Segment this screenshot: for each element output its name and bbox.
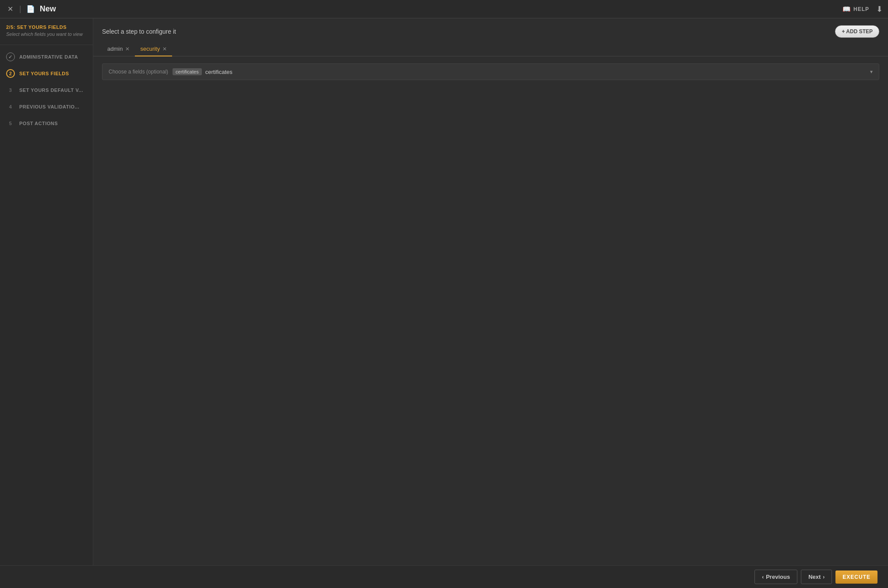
tag-badge: certificates (173, 68, 202, 75)
help-label: HELP (853, 6, 869, 12)
tabs-bar: admin ✕ security ✕ (93, 42, 888, 56)
add-step-button[interactable]: + ADD STEP (835, 25, 879, 38)
sidebar-item-number-5: 5 (6, 119, 15, 128)
tab-security[interactable]: security ✕ (135, 42, 172, 56)
execute-button[interactable]: EXECUTE (835, 570, 877, 584)
previous-button[interactable]: ‹ Previous (754, 570, 797, 584)
content-header: Select a step to configure it + ADD STEP (93, 18, 888, 42)
main-layout: 2/5: SET YOURS FIELDS Select which field… (0, 18, 888, 565)
previous-label: Previous (766, 574, 790, 580)
tab-admin[interactable]: admin ✕ (102, 42, 135, 56)
sidebar-item-label-2: SET YOURS FIELDS (19, 71, 69, 76)
sidebar-item-set-yours-fields[interactable]: 2 SET YOURS FIELDS (0, 65, 93, 82)
sidebar: 2/5: SET YOURS FIELDS Select which field… (0, 18, 93, 565)
sidebar-item-label-4: PREVIOUS VALIDATIO... (19, 104, 79, 109)
next-button[interactable]: Next › (801, 570, 832, 584)
sidebar-item-number-1: ✓ (6, 52, 15, 61)
next-label: Next (808, 574, 821, 580)
content: Select a step to configure it + ADD STEP… (93, 18, 888, 565)
fields-selector-label: Choose a fields (optional) (109, 69, 168, 75)
sidebar-item-set-yours-default[interactable]: 3 SET YOURS DEFAULT V... (0, 82, 93, 98)
fields-selector[interactable]: Choose a fields (optional) certificates … (102, 63, 879, 80)
chevron-down-icon: ▾ (870, 69, 873, 75)
sidebar-item-previous-validation[interactable]: 4 PREVIOUS VALIDATIO... (0, 98, 93, 115)
fields-selector-value: certificates certificates (173, 68, 870, 75)
tab-admin-close[interactable]: ✕ (125, 46, 130, 52)
chevron-right-icon: › (823, 574, 825, 580)
fields-selector-text: certificates (205, 69, 233, 75)
tab-content: Choose a fields (optional) certificates … (93, 56, 888, 565)
tab-admin-label: admin (107, 46, 123, 52)
sidebar-divider (0, 45, 93, 45)
help-icon: 📖 (842, 5, 851, 13)
topbar-left: ✕ | 📄 New (5, 4, 842, 14)
tab-security-label: security (140, 46, 160, 52)
close-icon[interactable]: ✕ (5, 4, 15, 14)
sidebar-item-administrative-data[interactable]: ✓ ADMINISTRATIVE DATA (0, 49, 93, 65)
help-button[interactable]: 📖 HELP (842, 5, 869, 13)
sidebar-item-number-2: 2 (6, 69, 15, 78)
footer: ‹ Previous Next › EXECUTE (0, 565, 888, 588)
sidebar-item-number-3: 3 (6, 86, 15, 94)
sidebar-item-number-4: 4 (6, 102, 15, 111)
sidebar-item-post-actions[interactable]: 5 POST ACTIONS (0, 115, 93, 132)
sidebar-item-label-5: POST ACTIONS (19, 121, 58, 126)
page-title: New (40, 4, 56, 14)
content-title: Select a step to configure it (102, 28, 176, 35)
sidebar-header: 2/5: SET YOURS FIELDS Select which field… (0, 24, 93, 41)
document-icon: 📄 (26, 4, 35, 14)
sidebar-item-label-3: SET YOURS DEFAULT V... (19, 88, 83, 93)
topbar: ✕ | 📄 New 📖 HELP ⬇ (0, 0, 888, 18)
tab-security-close[interactable]: ✕ (162, 46, 167, 52)
download-icon[interactable]: ⬇ (876, 4, 883, 14)
topbar-divider: | (19, 4, 21, 14)
sidebar-item-label-1: ADMINISTRATIVE DATA (19, 54, 78, 60)
sidebar-step-desc: Select which fields you want to view (6, 32, 87, 37)
sidebar-step-label: 2/5: SET YOURS FIELDS (6, 24, 87, 30)
topbar-right: 📖 HELP ⬇ (842, 4, 883, 14)
chevron-left-icon: ‹ (762, 574, 764, 580)
